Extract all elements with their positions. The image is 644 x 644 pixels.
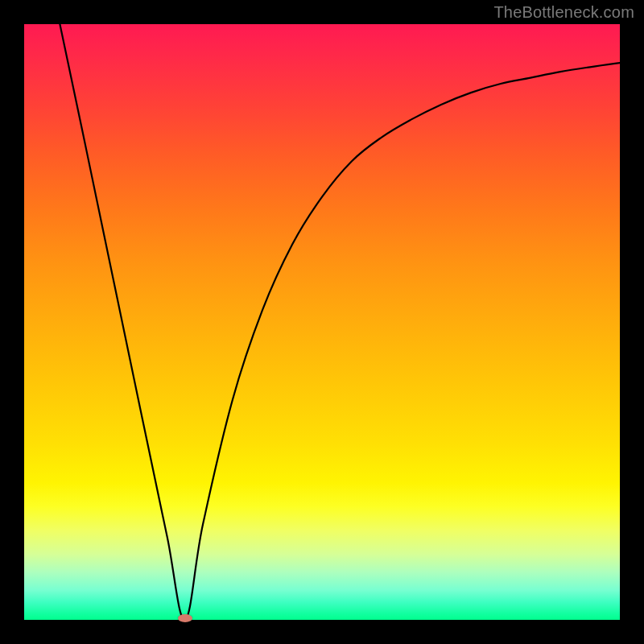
chart-frame: TheBottleneck.com — [0, 0, 644, 644]
bottleneck-curve — [24, 24, 620, 620]
minimum-marker — [178, 614, 192, 622]
watermark-text: TheBottleneck.com — [493, 3, 634, 22]
plot-area — [24, 24, 620, 620]
